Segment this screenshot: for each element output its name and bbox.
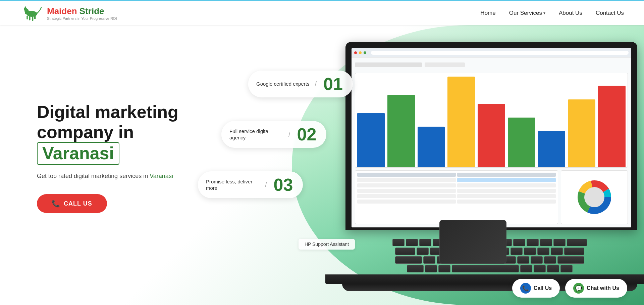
screen-dot-yellow	[359, 51, 362, 54]
badge-3-number: 03	[274, 176, 293, 193]
badge-3: Promise less, deliver more / 03	[198, 171, 303, 198]
bottom-buttons: 📞 Call Us 💬 Chat with Us	[512, 279, 627, 298]
chart-subtitle-bar	[425, 62, 465, 67]
bar-6	[508, 118, 535, 168]
hero-right	[292, 25, 644, 305]
nav-about[interactable]: About Us	[559, 10, 582, 16]
keyboard-row-4	[325, 265, 644, 272]
badge-2: Full service digital agency / 02	[221, 121, 326, 148]
badge-1-number: 01	[323, 75, 343, 93]
navbar: Maiden Stride Strategic Partners in Your…	[0, 0, 644, 25]
logo-name-maiden: Maiden	[47, 6, 77, 16]
badge-1-text: Google certified experts	[256, 81, 309, 87]
pie-chart-svg	[573, 175, 616, 219]
badge-3-divider: /	[265, 181, 267, 189]
bar-9	[598, 86, 626, 167]
chart-title-row	[355, 61, 628, 69]
hero-section: Digital marketing company in Varanasi Ge…	[0, 0, 644, 305]
table-row-3	[357, 189, 556, 193]
table-cell-h2	[457, 173, 556, 177]
hero-heading-line1: Digital marketing	[37, 102, 178, 122]
badge-1-divider: /	[315, 80, 317, 88]
bar-8	[568, 99, 595, 168]
hero-subtext-line1: Get top rated digital marketing services…	[37, 173, 148, 179]
bar-chart	[355, 73, 628, 168]
table-row-2	[357, 183, 556, 187]
hero-left: Digital marketing company in Varanasi Ge…	[0, 102, 195, 213]
logo-tagline: Strategic Partners in Your Progressive R…	[47, 16, 117, 20]
table-row-4	[357, 194, 556, 198]
screen-dot-red	[354, 51, 357, 54]
hero-heading-highlight: Varanasi	[37, 142, 119, 165]
call-us-bottom-button[interactable]: 📞 Call Us	[512, 279, 560, 298]
chart-row-2	[355, 170, 628, 224]
badge-2-text: Full service digital agency	[229, 128, 283, 141]
screen-dot-green	[364, 51, 366, 54]
laptop-visual	[325, 42, 644, 284]
chart-title-bar	[355, 62, 422, 67]
cta-label: CALL US	[64, 200, 92, 207]
nav-links: Home Our Services ▾ About Us Contact Us	[480, 10, 624, 16]
hp-support-label: HP Support Assistant	[305, 242, 349, 247]
logo[interactable]: Maiden Stride Strategic Partners in Your…	[20, 4, 117, 23]
bar-4	[447, 77, 475, 167]
screen-body	[352, 57, 631, 227]
bar-3	[418, 127, 445, 168]
data-table	[355, 170, 558, 224]
phone-icon: 📞	[52, 200, 60, 208]
hero-subtext: Get top rated digital marketing services…	[37, 172, 195, 181]
chat-us-label: Chat with Us	[587, 285, 619, 291]
bar-2	[387, 95, 415, 167]
table-row-1	[357, 178, 556, 182]
nav-contact[interactable]: Contact Us	[596, 10, 624, 16]
laptop-screen-inner	[352, 48, 631, 227]
laptop-screen-outer	[345, 42, 637, 230]
call-us-label: Call Us	[534, 285, 552, 291]
screen-content	[352, 48, 631, 227]
logo-name-stride: Stride	[77, 6, 104, 16]
call-us-button[interactable]: 📞 CALL US	[37, 194, 107, 213]
badge-1: Google certified experts / 01	[248, 71, 353, 97]
hero-subtext-varanasi: Varanasi	[150, 173, 173, 179]
badge-3-text: Promise less, deliver more	[206, 178, 260, 191]
table-row-5	[357, 200, 556, 204]
nav-services[interactable]: Our Services ▾	[509, 10, 545, 16]
hero-heading: Digital marketing company in Varanasi	[37, 102, 195, 165]
svg-rect-3	[32, 16, 33, 21]
svg-marker-8	[24, 6, 26, 7]
svg-rect-4	[34, 15, 36, 19]
badge-2-divider: /	[288, 131, 290, 138]
table-cell-h1	[357, 173, 456, 177]
bar-5	[478, 104, 505, 167]
svg-point-7	[24, 7, 27, 11]
pie-chart	[561, 170, 628, 224]
svg-rect-2	[29, 16, 30, 20]
hp-support-assistant: HP Support Assistant	[299, 239, 355, 250]
hero-heading-line2: company in	[37, 122, 134, 142]
chat-with-us-button[interactable]: 💬 Chat with Us	[565, 279, 627, 298]
address-bar	[371, 51, 629, 55]
chevron-down-icon: ▾	[543, 11, 545, 15]
screen-toolbar	[352, 48, 631, 57]
svg-point-14	[581, 184, 608, 211]
phone-icon-btn: 📞	[520, 283, 531, 294]
badge-2-number: 02	[297, 126, 317, 143]
nav-home[interactable]: Home	[480, 10, 495, 16]
chat-icon-btn: 💬	[573, 283, 584, 294]
bar-7	[538, 131, 566, 167]
laptop-trackpad	[439, 220, 506, 264]
svg-rect-5	[26, 15, 28, 19]
logo-icon	[20, 4, 44, 23]
table-header-row	[357, 173, 556, 177]
bar-1	[357, 113, 385, 167]
chart-area	[355, 61, 628, 224]
